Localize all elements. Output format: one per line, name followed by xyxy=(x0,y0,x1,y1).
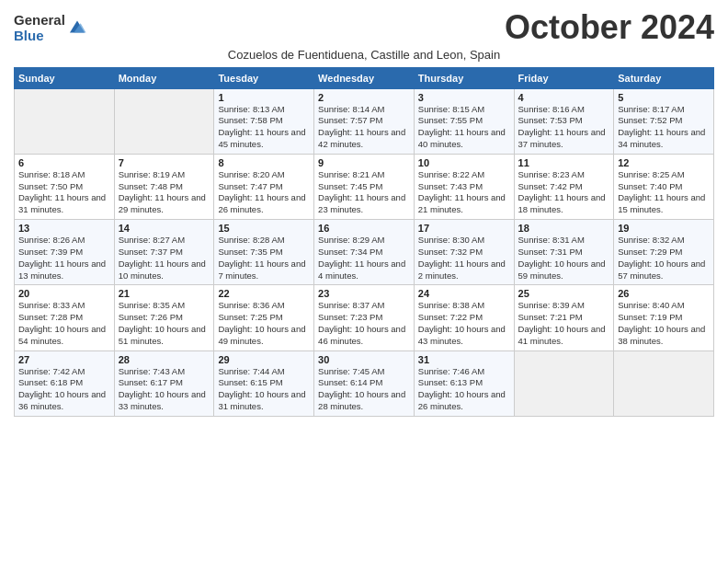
day-info: Sunrise: 8:32 AM Sunset: 7:29 PM Dayligh… xyxy=(618,235,710,282)
day-number: 9 xyxy=(318,157,410,168)
day-number: 1 xyxy=(218,92,310,103)
day-info: Sunrise: 7:46 AM Sunset: 6:13 PM Dayligh… xyxy=(418,366,510,413)
calendar-cell: 10Sunrise: 8:22 AM Sunset: 7:43 PM Dayli… xyxy=(414,154,514,219)
calendar-cell: 1Sunrise: 8:13 AM Sunset: 7:58 PM Daylig… xyxy=(214,88,314,154)
day-number: 24 xyxy=(418,288,510,299)
day-info: Sunrise: 8:37 AM Sunset: 7:23 PM Dayligh… xyxy=(318,300,410,347)
calendar-cell: 7Sunrise: 8:19 AM Sunset: 7:48 PM Daylig… xyxy=(114,154,214,219)
day-info: Sunrise: 8:38 AM Sunset: 7:22 PM Dayligh… xyxy=(418,300,510,347)
calendar-header-row: Sunday Monday Tuesday Wednesday Thursday… xyxy=(15,67,714,88)
subtitle: Cozuelos de Fuentiduena, Castille and Le… xyxy=(14,48,714,62)
day-number: 25 xyxy=(518,288,610,299)
calendar-cell: 29Sunrise: 7:44 AM Sunset: 6:15 PM Dayli… xyxy=(214,350,314,416)
month-title: October 2024 xyxy=(505,9,714,46)
calendar-cell: 28Sunrise: 7:43 AM Sunset: 6:17 PM Dayli… xyxy=(114,350,214,416)
day-info: Sunrise: 8:13 AM Sunset: 7:58 PM Dayligh… xyxy=(218,104,310,151)
calendar-cell: 21Sunrise: 8:35 AM Sunset: 7:26 PM Dayli… xyxy=(114,285,214,350)
day-info: Sunrise: 8:28 AM Sunset: 7:35 PM Dayligh… xyxy=(218,235,310,282)
logo-icon xyxy=(67,17,87,37)
day-info: Sunrise: 8:22 AM Sunset: 7:43 PM Dayligh… xyxy=(418,169,510,216)
day-info: Sunrise: 8:15 AM Sunset: 7:55 PM Dayligh… xyxy=(418,104,510,151)
day-info: Sunrise: 8:20 AM Sunset: 7:47 PM Dayligh… xyxy=(218,169,310,216)
day-info: Sunrise: 8:30 AM Sunset: 7:32 PM Dayligh… xyxy=(418,235,510,282)
day-info: Sunrise: 7:44 AM Sunset: 6:15 PM Dayligh… xyxy=(218,366,310,413)
calendar-week-row: 6Sunrise: 8:18 AM Sunset: 7:50 PM Daylig… xyxy=(15,154,714,219)
day-number: 21 xyxy=(119,288,210,299)
calendar-week-row: 27Sunrise: 7:42 AM Sunset: 6:18 PM Dayli… xyxy=(15,350,714,416)
day-info: Sunrise: 8:31 AM Sunset: 7:31 PM Dayligh… xyxy=(518,235,610,282)
day-info: Sunrise: 8:17 AM Sunset: 7:52 PM Dayligh… xyxy=(618,104,710,151)
calendar-week-row: 13Sunrise: 8:26 AM Sunset: 7:39 PM Dayli… xyxy=(15,220,714,285)
calendar-cell xyxy=(514,350,614,416)
page: General Blue October 2024 Cozuelos de Fu… xyxy=(0,0,728,563)
logo-blue: Blue xyxy=(14,29,65,44)
logo-general: General xyxy=(14,13,65,29)
calendar-cell: 17Sunrise: 8:30 AM Sunset: 7:32 PM Dayli… xyxy=(414,220,514,285)
col-sunday: Sunday xyxy=(15,67,115,88)
day-number: 8 xyxy=(218,157,310,168)
day-info: Sunrise: 8:27 AM Sunset: 7:37 PM Dayligh… xyxy=(119,235,210,282)
day-info: Sunrise: 8:36 AM Sunset: 7:25 PM Dayligh… xyxy=(218,300,310,347)
calendar-cell: 25Sunrise: 8:39 AM Sunset: 7:21 PM Dayli… xyxy=(514,285,614,350)
calendar-cell: 15Sunrise: 8:28 AM Sunset: 7:35 PM Dayli… xyxy=(214,220,314,285)
day-number: 14 xyxy=(119,223,210,234)
calendar-cell: 6Sunrise: 8:18 AM Sunset: 7:50 PM Daylig… xyxy=(15,154,115,219)
calendar-week-row: 1Sunrise: 8:13 AM Sunset: 7:58 PM Daylig… xyxy=(15,88,714,154)
day-number: 2 xyxy=(318,92,410,103)
calendar-table: Sunday Monday Tuesday Wednesday Thursday… xyxy=(14,67,714,417)
col-monday: Monday xyxy=(114,67,214,88)
calendar-cell: 18Sunrise: 8:31 AM Sunset: 7:31 PM Dayli… xyxy=(514,220,614,285)
day-info: Sunrise: 8:39 AM Sunset: 7:21 PM Dayligh… xyxy=(518,300,610,347)
calendar-cell: 5Sunrise: 8:17 AM Sunset: 7:52 PM Daylig… xyxy=(614,88,714,154)
col-tuesday: Tuesday xyxy=(214,67,314,88)
calendar-cell: 2Sunrise: 8:14 AM Sunset: 7:57 PM Daylig… xyxy=(314,88,415,154)
day-number: 30 xyxy=(318,354,410,365)
calendar-cell: 11Sunrise: 8:23 AM Sunset: 7:42 PM Dayli… xyxy=(514,154,614,219)
calendar-cell: 27Sunrise: 7:42 AM Sunset: 6:18 PM Dayli… xyxy=(15,350,115,416)
calendar-cell: 13Sunrise: 8:26 AM Sunset: 7:39 PM Dayli… xyxy=(15,220,115,285)
day-number: 19 xyxy=(618,223,710,234)
day-number: 12 xyxy=(618,157,710,168)
day-info: Sunrise: 7:45 AM Sunset: 6:14 PM Dayligh… xyxy=(318,366,410,413)
day-number: 10 xyxy=(418,157,510,168)
calendar-cell xyxy=(15,88,115,154)
day-number: 15 xyxy=(218,223,310,234)
header-row: General Blue October 2024 xyxy=(14,9,714,46)
col-thursday: Thursday xyxy=(414,67,514,88)
day-info: Sunrise: 8:16 AM Sunset: 7:53 PM Dayligh… xyxy=(518,104,610,151)
calendar-cell: 14Sunrise: 8:27 AM Sunset: 7:37 PM Dayli… xyxy=(114,220,214,285)
logo-text: General Blue xyxy=(14,13,65,43)
day-number: 16 xyxy=(318,223,410,234)
day-info: Sunrise: 7:43 AM Sunset: 6:17 PM Dayligh… xyxy=(119,366,210,413)
calendar-cell: 20Sunrise: 8:33 AM Sunset: 7:28 PM Dayli… xyxy=(15,285,115,350)
day-number: 27 xyxy=(18,354,110,365)
calendar-cell: 30Sunrise: 7:45 AM Sunset: 6:14 PM Dayli… xyxy=(314,350,415,416)
day-info: Sunrise: 8:23 AM Sunset: 7:42 PM Dayligh… xyxy=(518,169,610,216)
day-number: 26 xyxy=(618,288,710,299)
day-number: 28 xyxy=(119,354,210,365)
logo: General Blue xyxy=(14,13,87,43)
calendar-cell: 19Sunrise: 8:32 AM Sunset: 7:29 PM Dayli… xyxy=(614,220,714,285)
day-info: Sunrise: 8:33 AM Sunset: 7:28 PM Dayligh… xyxy=(18,300,110,347)
calendar-cell: 31Sunrise: 7:46 AM Sunset: 6:13 PM Dayli… xyxy=(414,350,514,416)
day-number: 11 xyxy=(518,157,610,168)
day-number: 29 xyxy=(218,354,310,365)
day-info: Sunrise: 8:25 AM Sunset: 7:40 PM Dayligh… xyxy=(618,169,710,216)
calendar-cell: 16Sunrise: 8:29 AM Sunset: 7:34 PM Dayli… xyxy=(314,220,415,285)
day-number: 6 xyxy=(18,157,110,168)
day-number: 31 xyxy=(418,354,510,365)
day-info: Sunrise: 8:26 AM Sunset: 7:39 PM Dayligh… xyxy=(18,235,110,282)
day-info: Sunrise: 8:21 AM Sunset: 7:45 PM Dayligh… xyxy=(318,169,410,216)
calendar-week-row: 20Sunrise: 8:33 AM Sunset: 7:28 PM Dayli… xyxy=(15,285,714,350)
col-wednesday: Wednesday xyxy=(314,67,415,88)
calendar-cell xyxy=(114,88,214,154)
col-friday: Friday xyxy=(514,67,614,88)
day-number: 23 xyxy=(318,288,410,299)
day-info: Sunrise: 7:42 AM Sunset: 6:18 PM Dayligh… xyxy=(18,366,110,413)
day-number: 13 xyxy=(18,223,110,234)
day-number: 17 xyxy=(418,223,510,234)
day-number: 5 xyxy=(618,92,710,103)
day-number: 4 xyxy=(518,92,610,103)
day-info: Sunrise: 8:40 AM Sunset: 7:19 PM Dayligh… xyxy=(618,300,710,347)
col-saturday: Saturday xyxy=(614,67,714,88)
